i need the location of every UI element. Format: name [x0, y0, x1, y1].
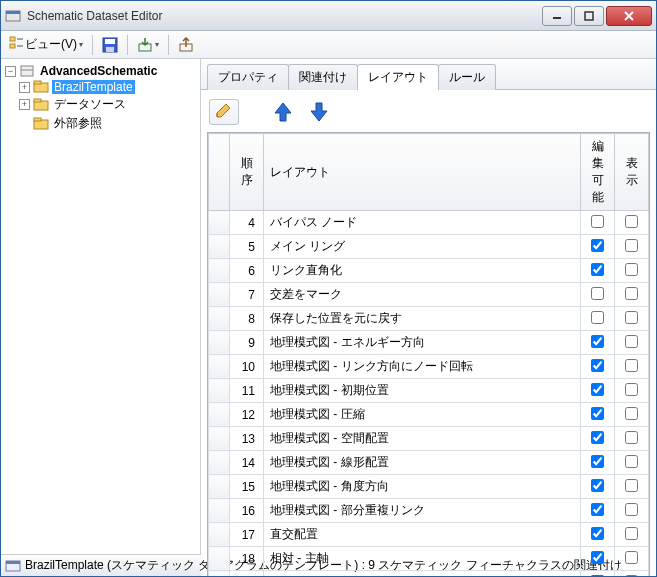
display-checkbox[interactable]: [625, 551, 638, 564]
table-row[interactable]: 19重複リンクの切り離し: [209, 571, 649, 578]
table-row[interactable]: 12地理模式図 - 圧縮: [209, 403, 649, 427]
tab-関連付け[interactable]: 関連付け: [288, 64, 358, 90]
export-button[interactable]: [174, 35, 198, 55]
display-checkbox[interactable]: [625, 503, 638, 516]
display-checkbox[interactable]: [625, 431, 638, 444]
display-checkbox[interactable]: [625, 263, 638, 276]
table-row[interactable]: 9地理模式図 - エネルギー方向: [209, 331, 649, 355]
editable-checkbox[interactable]: [591, 311, 604, 324]
editable-checkbox[interactable]: [591, 479, 604, 492]
row-selector[interactable]: [209, 427, 230, 451]
editable-checkbox[interactable]: [591, 455, 604, 468]
editable-checkbox[interactable]: [591, 407, 604, 420]
table-row[interactable]: 11地理模式図 - 初期位置: [209, 379, 649, 403]
cell-display: [615, 403, 649, 427]
table-row[interactable]: 5メイン リング: [209, 235, 649, 259]
row-selector[interactable]: [209, 283, 230, 307]
row-selector[interactable]: [209, 451, 230, 475]
save-button[interactable]: [98, 35, 122, 55]
display-checkbox[interactable]: [625, 455, 638, 468]
row-selector[interactable]: [209, 403, 230, 427]
display-checkbox[interactable]: [625, 383, 638, 396]
row-selector[interactable]: [209, 547, 230, 571]
row-selector[interactable]: [209, 355, 230, 379]
display-checkbox[interactable]: [625, 335, 638, 348]
svg-rect-18: [34, 81, 41, 84]
tree-root[interactable]: − AdvancedSchematic: [5, 63, 196, 79]
view-menu[interactable]: ビュー(V) ▾: [5, 33, 87, 56]
display-checkbox[interactable]: [625, 479, 638, 492]
display-checkbox[interactable]: [625, 287, 638, 300]
display-checkbox[interactable]: [625, 359, 638, 372]
editable-checkbox[interactable]: [591, 359, 604, 372]
display-checkbox[interactable]: [625, 215, 638, 228]
row-selector[interactable]: [209, 379, 230, 403]
grid-header-layout[interactable]: レイアウト: [264, 134, 581, 211]
display-checkbox[interactable]: [625, 311, 638, 324]
row-selector[interactable]: [209, 235, 230, 259]
maximize-button[interactable]: [574, 6, 604, 26]
grid-header-order[interactable]: 順序: [230, 134, 264, 211]
grid-header-selector[interactable]: [209, 134, 230, 211]
editable-checkbox[interactable]: [591, 551, 604, 564]
close-button[interactable]: [606, 6, 652, 26]
editable-checkbox[interactable]: [591, 239, 604, 252]
row-selector[interactable]: [209, 499, 230, 523]
expand-icon[interactable]: +: [19, 82, 30, 93]
move-down-button[interactable]: [305, 98, 333, 126]
row-selector[interactable]: [209, 523, 230, 547]
row-selector[interactable]: [209, 259, 230, 283]
editable-checkbox[interactable]: [591, 215, 604, 228]
cell-editable: [581, 307, 615, 331]
editable-checkbox[interactable]: [591, 263, 604, 276]
table-row[interactable]: 6リンク直角化: [209, 259, 649, 283]
import-button[interactable]: ▾: [133, 35, 163, 55]
table-row[interactable]: 10地理模式図 - リンク方向にノード回転: [209, 355, 649, 379]
grid-header-display[interactable]: 表示: [615, 134, 649, 211]
table-row[interactable]: 16地理模式図 - 部分重複リンク: [209, 499, 649, 523]
table-row[interactable]: 8保存した位置を元に戻す: [209, 307, 649, 331]
table-row[interactable]: 17直交配置: [209, 523, 649, 547]
cell-order: 17: [230, 523, 264, 547]
table-row[interactable]: 7交差をマーク: [209, 283, 649, 307]
editable-checkbox[interactable]: [591, 335, 604, 348]
cell-display: [615, 355, 649, 379]
cell-editable: [581, 211, 615, 235]
editable-checkbox[interactable]: [591, 383, 604, 396]
editable-checkbox[interactable]: [591, 287, 604, 300]
row-selector[interactable]: [209, 571, 230, 578]
cell-order: 18: [230, 547, 264, 571]
tab-プロパティ[interactable]: プロパティ: [207, 64, 289, 90]
table-row[interactable]: 15地理模式図 - 角度方向: [209, 475, 649, 499]
tree-item[interactable]: +BrazilTemplate: [5, 79, 196, 95]
row-selector[interactable]: [209, 307, 230, 331]
grid-header-editable[interactable]: 編集可能: [581, 134, 615, 211]
minimize-button[interactable]: [542, 6, 572, 26]
expand-icon[interactable]: +: [19, 99, 30, 110]
display-checkbox[interactable]: [625, 239, 638, 252]
collapse-icon[interactable]: −: [5, 66, 16, 77]
cell-display: [615, 475, 649, 499]
editable-checkbox[interactable]: [591, 527, 604, 540]
table-row[interactable]: 13地理模式図 - 空間配置: [209, 427, 649, 451]
display-checkbox[interactable]: [625, 527, 638, 540]
cell-order: 15: [230, 475, 264, 499]
cell-layout: 地理模式図 - 線形配置: [264, 451, 581, 475]
editable-checkbox[interactable]: [591, 431, 604, 444]
row-selector[interactable]: [209, 211, 230, 235]
tree-item[interactable]: +データソース: [5, 95, 196, 114]
display-checkbox[interactable]: [625, 407, 638, 420]
row-selector[interactable]: [209, 331, 230, 355]
tab-レイアウト[interactable]: レイアウト: [357, 64, 439, 90]
table-row[interactable]: 14地理模式図 - 線形配置: [209, 451, 649, 475]
edit-layout-button[interactable]: [209, 99, 239, 125]
editable-checkbox[interactable]: [591, 503, 604, 516]
move-up-button[interactable]: [269, 98, 297, 126]
tree-item[interactable]: 外部参照: [5, 114, 196, 133]
toolbar-separator: [127, 35, 128, 55]
table-row[interactable]: 4バイパス ノード: [209, 211, 649, 235]
row-selector[interactable]: [209, 475, 230, 499]
table-row[interactable]: 18相対 - 主軸: [209, 547, 649, 571]
tab-ルール[interactable]: ルール: [438, 64, 496, 90]
toolbar-separator: [168, 35, 169, 55]
